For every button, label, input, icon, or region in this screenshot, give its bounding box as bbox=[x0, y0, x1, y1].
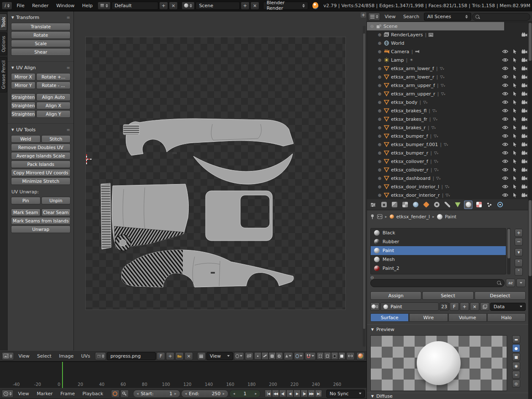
selectable-toggle-cursor-icon[interactable] bbox=[511, 184, 518, 189]
render-toggle-camera-icon[interactable] bbox=[521, 91, 528, 96]
new-material-button[interactable]: + bbox=[460, 302, 469, 311]
assign-button[interactable]: Assign bbox=[370, 291, 421, 300]
timeline-menu[interactable]: View bbox=[14, 390, 33, 397]
mesh-data-icon[interactable]: ▽ᵥ bbox=[434, 134, 438, 138]
editor-type-info-button[interactable]: i bbox=[2, 2, 12, 10]
add-layout-button[interactable]: + bbox=[159, 2, 168, 10]
properties-scrollbar[interactable] bbox=[528, 199, 532, 399]
slot-list-scrollbar[interactable] bbox=[507, 228, 510, 274]
mesh-data-icon[interactable]: ▽ᵥ bbox=[441, 92, 445, 96]
sync-uv-selection-toggle[interactable] bbox=[245, 352, 253, 360]
hide-toggle-eye-icon[interactable] bbox=[502, 150, 508, 155]
expand-icon[interactable] bbox=[377, 134, 382, 138]
new-image-button[interactable]: + bbox=[166, 352, 174, 360]
remove-material-slot-button[interactable]: − bbox=[515, 238, 523, 246]
render-toggle-camera-icon[interactable] bbox=[521, 193, 528, 198]
expand-icon[interactable] bbox=[377, 159, 382, 164]
selection-mode-edge-button[interactable] bbox=[261, 352, 269, 360]
outliner-row[interactable]: etksx_arm_upper_f | ▽ᵥ ☀ bbox=[367, 81, 532, 90]
editor-type-properties-button[interactable] bbox=[369, 201, 377, 209]
mirror-y-button[interactable]: Mirror Y bbox=[11, 81, 35, 89]
selectable-toggle-cursor-icon[interactable] bbox=[511, 142, 518, 147]
expand-icon[interactable] bbox=[377, 125, 382, 130]
hide-toggle-eye-icon[interactable] bbox=[502, 66, 508, 71]
outliner-row[interactable]: etksx_body | ▽ᵥ ☀ bbox=[367, 98, 532, 106]
expand-icon[interactable] bbox=[377, 176, 382, 181]
sticky-selection-dropdown[interactable] bbox=[284, 352, 293, 360]
preview-world-button[interactable]: ◎ bbox=[512, 380, 520, 388]
timeline-menu[interactable]: Marker bbox=[33, 390, 57, 397]
object-data-tab-icon[interactable] bbox=[453, 201, 462, 209]
outliner-row[interactable]: etksx_arm_lower_f | ▽ᵥ ☀ bbox=[367, 64, 532, 73]
move-slot-down-button[interactable]: ˅ bbox=[515, 268, 523, 276]
hide-toggle-eye-icon[interactable] bbox=[502, 91, 508, 96]
av-sync-dropdown[interactable]: No Sync bbox=[326, 390, 365, 398]
render-toggle-camera-icon[interactable] bbox=[521, 117, 528, 122]
align-x-button[interactable]: Align X bbox=[36, 102, 71, 109]
pin-icon[interactable] bbox=[370, 214, 375, 220]
frame-end-field[interactable]: ◂ End: 250 ▸ bbox=[181, 390, 228, 398]
selection-mode-island-button[interactable] bbox=[276, 352, 283, 360]
render-toggle-camera-icon[interactable] bbox=[521, 150, 528, 155]
render-toggle-camera-icon[interactable] bbox=[521, 142, 528, 147]
outliner-row[interactable]: etksx_dashboard | ▽ᵥ ☀ bbox=[367, 174, 532, 182]
draw-type-black-button[interactable] bbox=[331, 352, 338, 360]
outliner-row[interactable]: etksx_door_interior_l | ▽ᵥ ☀ bbox=[367, 182, 532, 191]
selectable-toggle-cursor-icon[interactable] bbox=[511, 74, 518, 79]
expand-icon[interactable] bbox=[377, 185, 382, 189]
snap-dropdown[interactable] bbox=[305, 352, 316, 360]
play-reverse-button[interactable]: ◀ bbox=[286, 390, 293, 397]
render-tab-icon[interactable] bbox=[380, 201, 388, 209]
render-toggle-camera-icon[interactable] bbox=[521, 49, 528, 54]
outliner-row[interactable]: etksx_brakes_r | ▽ᵥ ☀ bbox=[367, 123, 532, 132]
render-toggle-camera-icon[interactable] bbox=[521, 167, 528, 172]
texture-tab-icon[interactable] bbox=[475, 201, 483, 209]
selectable-toggle-cursor-icon[interactable] bbox=[511, 159, 518, 164]
filter-dropdown-button[interactable] bbox=[516, 279, 526, 287]
camera-data-icon[interactable] bbox=[415, 50, 420, 53]
material-type-tab[interactable]: Halo bbox=[487, 313, 526, 322]
screen-layout-browse-button[interactable] bbox=[98, 2, 111, 10]
selectable-toggle-cursor-icon[interactable] bbox=[511, 117, 518, 122]
panel-grip-icon[interactable]: ≡ bbox=[67, 65, 70, 70]
render-toggle-camera-icon[interactable] bbox=[521, 83, 528, 88]
data-link-dropdown[interactable]: Data bbox=[490, 303, 526, 311]
mark-seam-button[interactable]: Mark Seam bbox=[11, 209, 41, 216]
toolshelf-tab[interactable]: Tools bbox=[0, 14, 7, 31]
object-tab-icon[interactable] bbox=[422, 201, 430, 209]
outliner-row[interactable]: etksx_arm_upper_r | ▽ᵥ ☀ bbox=[367, 90, 532, 98]
expand-icon[interactable] bbox=[377, 100, 382, 105]
uv-tool-button[interactable]: Average Islands Scale bbox=[11, 152, 71, 160]
uv-header-menu[interactable]: UVs bbox=[77, 353, 94, 360]
breadcrumb-object-name[interactable]: etksx_fender_l bbox=[396, 214, 430, 220]
play-button[interactable]: ▶ bbox=[293, 390, 301, 397]
unwrap-tool-button[interactable]: Unwrap bbox=[11, 225, 71, 233]
topbar-menu[interactable]: Window bbox=[52, 2, 78, 9]
selectable-toggle-cursor-icon[interactable] bbox=[511, 193, 518, 198]
node-icon[interactable] bbox=[377, 214, 383, 219]
selectable-toggle-cursor-icon[interactable] bbox=[511, 91, 518, 96]
stitch-button[interactable]: Stitch bbox=[41, 135, 71, 143]
current-frame-field[interactable]: ◂ 1 ▸ bbox=[229, 390, 261, 398]
outliner-row[interactable]: etksx_coilover_f | ▽ᵥ ☀ bbox=[367, 157, 532, 166]
outliner-menu[interactable]: Search bbox=[399, 13, 423, 20]
sort-alphabetically-button[interactable]: az bbox=[506, 279, 515, 287]
auto-keyframe-record-icon[interactable] bbox=[111, 390, 119, 398]
editor-type-outliner-button[interactable] bbox=[368, 13, 380, 21]
hide-toggle-eye-icon[interactable] bbox=[502, 176, 508, 181]
link-source-icon[interactable] bbox=[480, 302, 489, 311]
expand-icon[interactable] bbox=[377, 83, 382, 88]
keying-set-icon[interactable] bbox=[120, 390, 129, 398]
outliner-scope-dropdown[interactable]: All Scenes bbox=[424, 13, 471, 21]
expand-icon[interactable] bbox=[377, 66, 382, 71]
render-engine-dropdown[interactable]: Blender Render bbox=[263, 2, 308, 10]
render-toggle-camera-icon[interactable] bbox=[521, 176, 528, 181]
preview-panel-header[interactable]: ▼ Preview bbox=[367, 324, 532, 334]
straighten-x-button[interactable]: Straighten bbox=[11, 102, 35, 109]
expand-icon[interactable] bbox=[377, 75, 382, 79]
selection-mode-vertex-button[interactable] bbox=[254, 352, 261, 360]
outliner-row[interactable]: Camera | ▽ᵥ ☀ bbox=[367, 47, 532, 56]
expand-icon[interactable] bbox=[377, 193, 382, 198]
timeline-menu[interactable]: Playback bbox=[79, 390, 107, 397]
mesh-data-icon[interactable]: ▽ᵥ bbox=[445, 185, 450, 189]
